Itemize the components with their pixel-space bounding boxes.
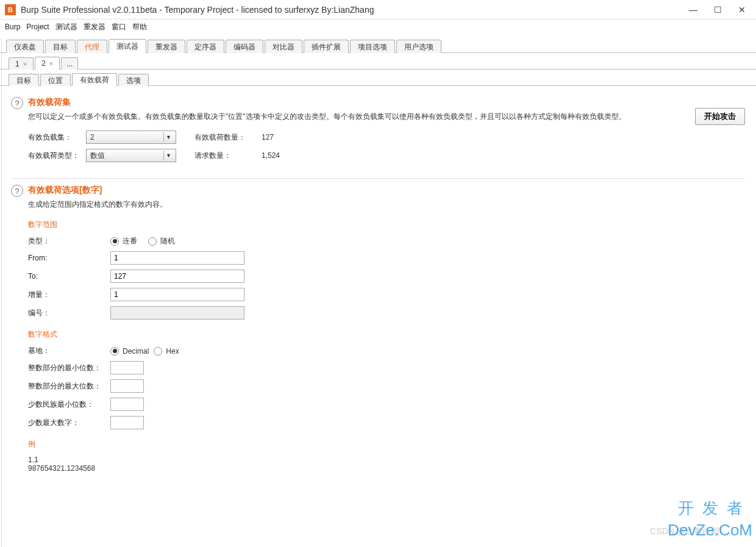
close-icon[interactable]: × bbox=[23, 60, 27, 68]
payload-sets-title: 有效载荷集 bbox=[28, 97, 745, 108]
payload-type-value: 数值 bbox=[90, 151, 105, 161]
request-count-value: 1,524 bbox=[262, 151, 280, 160]
divider bbox=[11, 178, 745, 179]
min-int-input[interactable] bbox=[110, 361, 144, 374]
radio-icon bbox=[110, 347, 119, 356]
subtab-payloads[interactable]: 有效载荷 bbox=[72, 73, 117, 86]
step-input[interactable] bbox=[110, 288, 244, 301]
number-format-heading: 数字格式 bbox=[28, 329, 745, 340]
min-frac-input[interactable] bbox=[110, 398, 144, 411]
radio-icon bbox=[110, 237, 119, 246]
tab-intruder[interactable]: 测试器 bbox=[109, 39, 146, 53]
number-range-heading: 数字范围 bbox=[28, 220, 745, 230]
help-icon[interactable]: ? bbox=[11, 97, 23, 109]
window-controls: — ☐ ✕ bbox=[688, 5, 747, 15]
tab-sequencer[interactable]: 定序器 bbox=[187, 40, 224, 53]
attack-tab-1-label: 1 bbox=[15, 60, 20, 68]
start-attack-button[interactable]: 开始攻击 bbox=[695, 108, 745, 125]
step-label: 增量： bbox=[28, 290, 110, 300]
menu-intruder[interactable]: 测试器 bbox=[55, 22, 77, 32]
main-tabs: 仪表盘 目标 代理 测试器 重发器 定序器 编码器 对比器 插件扩展 项目选项 … bbox=[0, 35, 756, 52]
subtab-target[interactable]: 目标 bbox=[9, 74, 39, 86]
watermark-line2: DevZe.CoM bbox=[668, 521, 752, 540]
max-int-label: 整数部分的最大位数： bbox=[28, 381, 110, 391]
content-area: 开始攻击 ? 有效载荷集 您可以定义一个或多个有效负载集。有效负载集的数量取决于… bbox=[0, 86, 756, 479]
max-frac-label: 少数最大数字： bbox=[28, 418, 110, 428]
to-input[interactable] bbox=[110, 270, 244, 283]
menu-burp[interactable]: Burp bbox=[5, 23, 20, 31]
attack-tab-2[interactable]: 2 × bbox=[35, 57, 60, 70]
radio-sequential[interactable]: 连番 bbox=[110, 236, 137, 246]
radio-icon bbox=[148, 237, 157, 246]
payload-type-label: 有效载荷类型： bbox=[28, 151, 86, 161]
menu-window[interactable]: 窗口 bbox=[112, 22, 126, 32]
window-title: Burp Suite Professional v2.0.11beta - Te… bbox=[21, 5, 688, 15]
attack-tab-2-label: 2 bbox=[41, 59, 46, 68]
radio-random-label: 随机 bbox=[160, 236, 175, 246]
subtab-positions[interactable]: 位置 bbox=[40, 74, 71, 86]
payload-type-select[interactable]: 数值 ▼ bbox=[86, 149, 176, 162]
radio-hex-label: Hex bbox=[166, 347, 179, 356]
menu-repeater[interactable]: 重发器 bbox=[84, 22, 105, 32]
radio-hex[interactable]: Hex bbox=[154, 347, 179, 356]
howmany-label: 编号： bbox=[28, 308, 110, 318]
example-block: 1.1 987654321.1234568 bbox=[28, 456, 745, 473]
max-frac-input[interactable] bbox=[110, 416, 144, 429]
tab-project-options[interactable]: 项目选项 bbox=[350, 40, 395, 53]
watermark-line1: 开发者 bbox=[678, 498, 751, 519]
menu-project[interactable]: Project bbox=[26, 23, 49, 31]
example-heading: 例 bbox=[28, 439, 745, 449]
chevron-down-icon: ▼ bbox=[163, 151, 173, 160]
tab-dashboard[interactable]: 仪表盘 bbox=[6, 40, 44, 53]
payload-set-value: 2 bbox=[90, 133, 94, 141]
payload-options-title: 有效载荷选项[数字] bbox=[28, 185, 745, 196]
min-frac-label: 少数民族最小位数： bbox=[28, 399, 110, 410]
minimize-icon[interactable]: — bbox=[688, 5, 699, 15]
tab-extender[interactable]: 插件扩展 bbox=[304, 40, 349, 53]
tab-target[interactable]: 目标 bbox=[45, 40, 76, 53]
maximize-icon[interactable]: ☐ bbox=[712, 5, 723, 15]
subtab-options[interactable]: 选项 bbox=[118, 74, 149, 86]
payload-set-label: 有效负载集： bbox=[28, 132, 86, 143]
radio-decimal[interactable]: Decimal bbox=[110, 347, 149, 356]
example-2: 987654321.1234568 bbox=[28, 464, 745, 473]
howmany-input bbox=[110, 306, 244, 320]
payload-options-section: ? 有效载荷选项[数字] 生成给定范围内指定格式的数字有效内容。 数字范围 类型… bbox=[11, 185, 745, 473]
base-label: 基地： bbox=[28, 346, 110, 356]
payload-set-select[interactable]: 2 ▼ bbox=[86, 130, 176, 144]
payload-options-desc: 生成给定范围内指定格式的数字有效内容。 bbox=[28, 199, 745, 210]
example-1: 1.1 bbox=[28, 456, 745, 464]
app-icon: B bbox=[5, 4, 16, 15]
left-rail bbox=[0, 38, 2, 547]
menubar: Burp Project 测试器 重发器 窗口 帮助 bbox=[0, 20, 756, 34]
menu-help[interactable]: 帮助 bbox=[132, 22, 147, 32]
payload-sets-desc: 您可以定义一个或多个有效负载集。有效负载集的数量取决于"位置"选项卡中定义的攻击… bbox=[28, 112, 745, 122]
payload-sets-section: ? 有效载荷集 您可以定义一个或多个有效负载集。有效负载集的数量取决于"位置"选… bbox=[11, 97, 745, 167]
attack-tab-1[interactable]: 1 × bbox=[9, 57, 34, 70]
close-icon[interactable]: ✕ bbox=[736, 5, 747, 15]
max-int-input[interactable] bbox=[110, 379, 144, 393]
payload-count-label: 有效载荷数量： bbox=[194, 132, 255, 143]
tab-user-options[interactable]: 用户选项 bbox=[396, 40, 441, 53]
attack-tabs: 1 × 2 × ... bbox=[0, 53, 756, 69]
from-label: From: bbox=[28, 254, 110, 262]
tab-decoder[interactable]: 编码器 bbox=[226, 40, 263, 53]
attack-tab-more[interactable]: ... bbox=[61, 57, 78, 70]
radio-icon bbox=[154, 347, 162, 356]
to-label: To: bbox=[28, 272, 110, 281]
titlebar: B Burp Suite Professional v2.0.11beta - … bbox=[0, 0, 756, 20]
type-label: 类型： bbox=[28, 236, 110, 246]
radio-random[interactable]: 随机 bbox=[148, 236, 175, 246]
request-count-label: 请求数量： bbox=[194, 151, 255, 161]
tab-comparer[interactable]: 对比器 bbox=[265, 40, 302, 53]
close-icon[interactable]: × bbox=[49, 60, 53, 67]
radio-sequential-label: 连番 bbox=[123, 236, 137, 246]
help-icon[interactable]: ? bbox=[11, 185, 23, 197]
sub-tabs: 目标 位置 有效载荷 选项 bbox=[0, 70, 756, 85]
from-input[interactable] bbox=[110, 251, 244, 265]
radio-decimal-label: Decimal bbox=[123, 347, 149, 356]
payload-count-value: 127 bbox=[262, 133, 274, 141]
tab-repeater[interactable]: 重发器 bbox=[148, 40, 185, 53]
min-int-label: 整数部分的最小位数： bbox=[28, 363, 110, 373]
tab-proxy[interactable]: 代理 bbox=[77, 40, 107, 53]
